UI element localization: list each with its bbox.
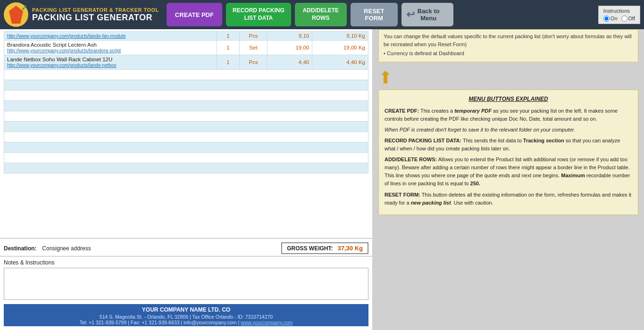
table-row: http://www.yourcompany.com/products/land… bbox=[4, 32, 368, 41]
info-text-top: You can change the default values specif… bbox=[378, 29, 638, 62]
table-row bbox=[4, 132, 368, 142]
left-panel: http://www.yourcompany.com/products/land… bbox=[0, 29, 373, 330]
product-table: http://www.yourcompany.com/products/land… bbox=[4, 31, 368, 173]
table-row bbox=[4, 111, 368, 122]
instructions-on-radio[interactable] bbox=[603, 16, 610, 22]
create-pdf-explanation: CREATE PDF: This creates a temporary PDF… bbox=[385, 107, 632, 123]
product-name: Brandora Acoustic Script Lectern Ash bbox=[7, 42, 214, 48]
product-unit: Pcs bbox=[239, 55, 267, 70]
company-footer: YOUR COMPANY NAME LTD. CO 514 S. Magnoli… bbox=[4, 304, 368, 326]
instructions-radio-row: On Off bbox=[603, 16, 635, 22]
table-row bbox=[4, 101, 368, 111]
product-link[interactable]: http://www.yourcompany.com/products/bran… bbox=[7, 48, 121, 53]
instructions-title: Instructions bbox=[603, 8, 630, 14]
gross-weight-box: GROSS WEIGHT: 37,30 Kg bbox=[281, 242, 368, 254]
notes-label: Notes & Instructions bbox=[4, 259, 368, 266]
header-title: PACKING LIST GENERATOR bbox=[32, 13, 159, 23]
info-text-p2: • Currency is defined at Dashboard bbox=[384, 50, 633, 58]
product-qty: 1 bbox=[217, 55, 240, 70]
company-address: 514 S. Magnolia St. - Orlando, FL 32806 … bbox=[8, 314, 365, 320]
product-link[interactable]: http://www.yourcompany.com/products/land… bbox=[7, 63, 117, 68]
product-total-weight: 9,10 Kg bbox=[312, 32, 368, 41]
product-weight: 9,10 bbox=[268, 32, 312, 41]
product-unit: Set bbox=[239, 41, 267, 55]
company-name: YOUR COMPANY NAME LTD. CO bbox=[8, 306, 365, 313]
create-pdf-button[interactable]: CREATE PDF bbox=[167, 3, 222, 26]
record-explanation: RECORD PACKING LIST DATA: This sends the… bbox=[385, 137, 632, 153]
table-row: Lande Netbox Soho Wall Rack Cabinet 12U … bbox=[4, 55, 368, 70]
notes-textarea[interactable] bbox=[4, 268, 368, 300]
product-unit: Pcs bbox=[239, 32, 267, 41]
menu-explained-title: MENU BUTTONS EXPLAINED bbox=[385, 95, 632, 104]
destination-label: Destination: bbox=[4, 245, 36, 252]
table-row bbox=[4, 122, 368, 132]
info-text-p1: You can change the default values specif… bbox=[384, 33, 633, 48]
instructions-off-radio[interactable] bbox=[621, 16, 627, 22]
product-link[interactable]: http://www.yourcompany.com/products/land… bbox=[7, 33, 126, 39]
instructions-panel: Instructions On Off bbox=[598, 6, 640, 24]
table-row bbox=[4, 91, 368, 101]
table-row bbox=[4, 70, 368, 80]
table-row bbox=[4, 80, 368, 91]
add-delete-button[interactable]: ADD/DELETE ROWS bbox=[295, 3, 347, 26]
arrow-up-icon: ⬆ bbox=[378, 68, 638, 88]
back-to-menu-button[interactable]: ↩ Back to Menu bbox=[401, 3, 453, 26]
instructions-off-label[interactable]: Off bbox=[621, 16, 635, 22]
add-delete-explanation: ADD/DELETE ROWS: Allows you to extend th… bbox=[385, 156, 632, 188]
product-weight: 19,00 bbox=[268, 41, 312, 55]
header-title-block: PACKING LIST GENERATOR & TRACKER TOOL PA… bbox=[32, 7, 159, 23]
reset-line1: RESET bbox=[364, 8, 384, 15]
checkmark-icon: ✓ bbox=[21, 3, 27, 12]
gross-weight-value: 37,30 Kg bbox=[338, 245, 363, 252]
add-line2: ROWS bbox=[312, 15, 329, 21]
create-pdf-bold: CREATE PDF: bbox=[385, 108, 419, 114]
gross-weight-label: GROSS WEIGHT: bbox=[287, 245, 333, 252]
table-row bbox=[4, 142, 368, 153]
product-qty: 1 bbox=[217, 41, 240, 55]
table-row bbox=[4, 163, 368, 173]
instructions-on-label[interactable]: On bbox=[603, 16, 618, 22]
back-label: Back to Menu bbox=[418, 8, 440, 22]
right-panel: You can change the default values specif… bbox=[373, 29, 644, 330]
main-layout: http://www.yourcompany.com/products/land… bbox=[0, 29, 644, 330]
logo: ✓ bbox=[4, 2, 28, 27]
record-line1: RECORD PACKING bbox=[233, 7, 284, 14]
header-subtitle: PACKING LIST GENERATOR & TRACKER TOOL bbox=[32, 7, 159, 13]
company-website-link[interactable]: www.yourcompany.com bbox=[241, 320, 293, 325]
table-row bbox=[4, 153, 368, 163]
reset-form-button[interactable]: RESET FORM bbox=[351, 3, 398, 26]
product-name: Lande Netbox Soho Wall Rack Cabinet 12U bbox=[7, 57, 214, 62]
company-contact: Tel: +1 321-939-5799 | Fax: +1 321-939-6… bbox=[8, 320, 365, 325]
product-qty: 1 bbox=[217, 32, 240, 41]
table-row: Brandora Acoustic Script Lectern Ash htt… bbox=[4, 41, 368, 55]
reset-explanation: RESET FORM: This button deletes all the … bbox=[385, 191, 632, 207]
add-line1: ADD/DELETE bbox=[302, 7, 339, 14]
product-weight: 4,40 bbox=[268, 55, 312, 70]
product-total-weight: 19,00 Kg bbox=[312, 41, 368, 55]
product-total-weight: 4,40 Kg bbox=[312, 55, 368, 70]
menu-explained-box: MENU BUTTONS EXPLAINED CREATE PDF: This … bbox=[378, 90, 638, 215]
header: ✓ PACKING LIST GENERATOR & TRACKER TOOL … bbox=[0, 0, 644, 29]
destination-row: Destination: Consignee address GROSS WEI… bbox=[0, 238, 372, 256]
record-packing-button[interactable]: RECORD PACKING LIST DATA bbox=[226, 3, 291, 26]
record-line2: LIST DATA bbox=[244, 15, 273, 21]
back-arrow-icon: ↩ bbox=[406, 8, 415, 21]
reset-line2: FORM bbox=[365, 15, 383, 22]
notes-section: Notes & Instructions bbox=[0, 256, 372, 304]
destination-value: Consignee address bbox=[42, 245, 91, 252]
create-pdf-note: When PDF is created don't forget to save… bbox=[385, 126, 632, 134]
